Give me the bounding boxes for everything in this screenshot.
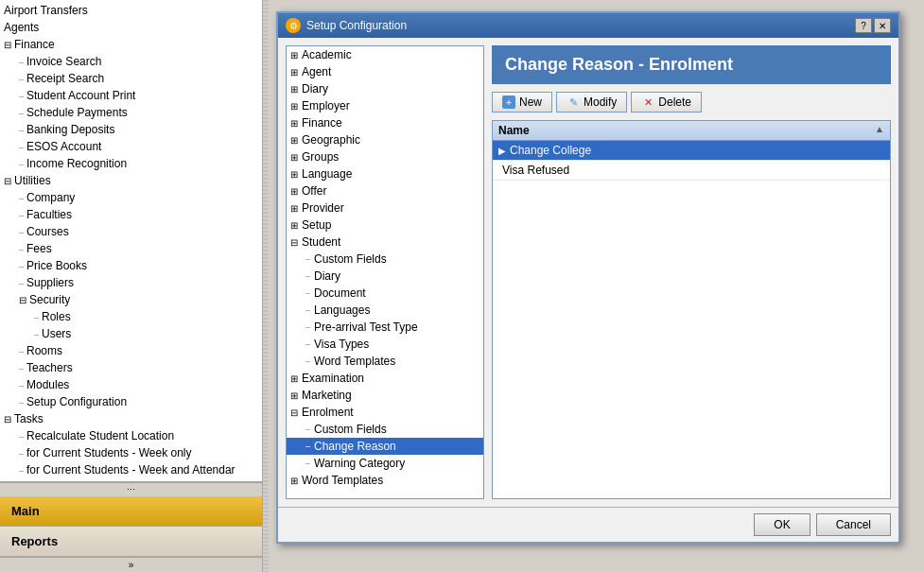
new-button[interactable]: + New [492, 92, 552, 113]
sidebar-item[interactable]: ⊟Finance [0, 36, 262, 53]
sidebar-item[interactable]: –Courses [0, 223, 262, 240]
row-name: Change College [510, 144, 591, 157]
dialog-help-button[interactable]: ? [855, 18, 872, 33]
config-tree-item[interactable]: ⊞Academic [287, 46, 483, 63]
content-title: Change Reason - Enrolment [505, 55, 878, 75]
modify-button[interactable]: ✎ Modify [556, 92, 627, 113]
config-tree-item[interactable]: ⊞Diary [287, 80, 483, 97]
config-tree-item[interactable]: ⊞Examination [287, 370, 483, 387]
delete-button[interactable]: ✕ Delete [631, 92, 702, 113]
cancel-button[interactable]: Cancel [816, 513, 891, 536]
sidebar-item[interactable]: –Users [0, 325, 262, 342]
sidebar-item[interactable]: Airport Transfers [0, 2, 262, 19]
sidebar-bottom: ⋯ Main Reports » [0, 481, 262, 572]
expand-arrow[interactable]: ⋯ [0, 482, 262, 496]
sidebar-item[interactable]: –Suppliers [0, 274, 262, 291]
table-row[interactable]: Visa Refused [493, 161, 890, 181]
config-tree-item[interactable]: ⊞Employer [287, 97, 483, 114]
config-tree-item[interactable]: ⊞Provider [287, 199, 483, 217]
dialog-title-icon: ⚙ [286, 18, 301, 33]
sidebar-item[interactable]: ⊟Tasks [0, 410, 262, 427]
toolbar: + New ✎ Modify ✕ Delete [492, 90, 891, 114]
modify-label: Modify [584, 95, 617, 109]
delete-icon: ✕ [641, 95, 654, 109]
ok-button[interactable]: OK [754, 513, 810, 536]
config-tree-item[interactable]: –Custom Fields [287, 421, 483, 438]
dialog-close-button[interactable]: ✕ [874, 18, 891, 33]
sidebar-item[interactable]: ⊟Utilities [0, 172, 262, 189]
dialog-body: ⊞Academic⊞Agent⊞Diary⊞Employer⊞Finance⊞G… [278, 38, 898, 507]
setup-configuration-dialog: ⚙ Setup Configuration ? ✕ ⊞Academic⊞Agen… [276, 11, 900, 544]
row-arrow: ▶ [498, 146, 506, 156]
sidebar-item[interactable]: –Banking Deposits [0, 121, 262, 138]
config-tree-item[interactable]: ⊞Finance [287, 114, 483, 131]
config-tree-item[interactable]: –Document [287, 285, 483, 302]
config-tree-item[interactable]: –Pre-arrival Test Type [287, 319, 483, 336]
sidebar-item[interactable]: –Roles [0, 308, 262, 325]
config-tree-item[interactable]: –Change Reason [287, 438, 483, 455]
new-label: New [519, 95, 542, 109]
config-tree-item[interactable]: ⊞Groups [287, 148, 483, 165]
name-column-header: Name [498, 124, 875, 137]
config-tree-item[interactable]: ⊞Agent [287, 63, 483, 80]
main-nav-button[interactable]: Main [0, 496, 262, 527]
sidebar-item[interactable]: –Teachers [0, 359, 262, 376]
sidebar-item[interactable]: –for Current Students - Week only [0, 444, 262, 461]
sidebar-item[interactable]: –Student Account Print [0, 87, 262, 104]
sidebar-item[interactable]: –Income Recognition [0, 155, 262, 172]
row-name: Visa Refused [502, 164, 569, 177]
table-rows: ▶Change CollegeVisa Refused [493, 141, 890, 181]
sidebar-item[interactable]: –Faculties [0, 206, 262, 223]
sidebar-item[interactable]: Agents [0, 19, 262, 36]
config-tree-item[interactable]: –Visa Types [287, 336, 483, 353]
dialog-footer: OK Cancel [278, 507, 898, 542]
config-tree-item[interactable]: –Custom Fields [287, 251, 483, 268]
reports-nav-button[interactable]: Reports [0, 527, 262, 557]
dialog-titlebar: ⚙ Setup Configuration ? ✕ [278, 13, 898, 38]
config-tree-item[interactable]: ⊟Enrolment [287, 404, 483, 421]
sidebar-item[interactable]: ⊟Security [0, 291, 262, 308]
sidebar: Airport TransfersAgents⊟Finance–Invoice … [0, 0, 263, 572]
sidebar-item[interactable]: –Rooms [0, 342, 262, 359]
config-tree-item[interactable]: ⊟Student [287, 234, 483, 251]
config-tree-item[interactable]: –Diary [287, 268, 483, 285]
config-tree-panel: ⊞Academic⊞Agent⊞Diary⊞Employer⊞Finance⊞G… [286, 45, 484, 499]
dialog-titlebar-right: ? ✕ [855, 18, 891, 33]
sidebar-item[interactable]: –Company [0, 189, 262, 206]
config-tree-item[interactable]: ⊞Geographic [287, 131, 483, 148]
config-tree-item[interactable]: –Warning Category [287, 455, 483, 472]
sidebar-item[interactable]: –Receipt Search [0, 70, 262, 87]
content-header: Change Reason - Enrolment [492, 45, 891, 84]
new-icon: + [502, 95, 515, 109]
sidebar-tree: Airport TransfersAgents⊟Finance–Invoice … [0, 0, 262, 481]
dialog-titlebar-left: ⚙ Setup Configuration [286, 18, 407, 33]
sidebar-item[interactable]: –Fees [0, 240, 262, 257]
sidebar-item[interactable]: –Schedule Payments [0, 104, 262, 121]
config-tree-item[interactable]: –Word Templates [287, 353, 483, 370]
config-tree-item[interactable]: ⊞Offer [287, 182, 483, 199]
sidebar-item[interactable]: –Invoice Search [0, 53, 262, 70]
config-tree-item[interactable]: ⊞Language [287, 165, 483, 182]
sidebar-item[interactable]: –Price Books [0, 257, 262, 274]
config-tree-item[interactable]: ⊞Marketing [287, 387, 483, 404]
main-area: ⚙ Setup Configuration ? ✕ ⊞Academic⊞Agen… [269, 0, 924, 572]
sidebar-item[interactable]: –Modules [0, 376, 262, 393]
sort-arrow: ▲ [875, 124, 884, 137]
config-tree-item[interactable]: ⊞Word Templates [287, 472, 483, 489]
config-tree-item[interactable]: –Languages [287, 302, 483, 319]
config-tree-item[interactable]: ⊞Setup [287, 217, 483, 234]
sidebar-expand-button[interactable]: » [0, 557, 262, 572]
sidebar-item[interactable]: –for Current Students - Week and Attenda… [0, 461, 262, 478]
modify-icon: ✎ [567, 95, 580, 109]
sidebar-item[interactable]: –ESOS Account [0, 138, 262, 155]
table-header: Name ▲ [493, 121, 890, 141]
delete-label: Delete [658, 95, 691, 109]
sidebar-item[interactable]: –Setup Configuration [0, 393, 262, 410]
data-table: Name ▲ ▶Change CollegeVisa Refused [492, 120, 891, 499]
sidebar-item[interactable]: –Recalculate Student Location [0, 427, 262, 444]
dialog-title: Setup Configuration [306, 19, 407, 32]
table-row[interactable]: ▶Change College [493, 141, 890, 161]
content-panel: Change Reason - Enrolment + New ✎ Modify… [492, 45, 891, 499]
